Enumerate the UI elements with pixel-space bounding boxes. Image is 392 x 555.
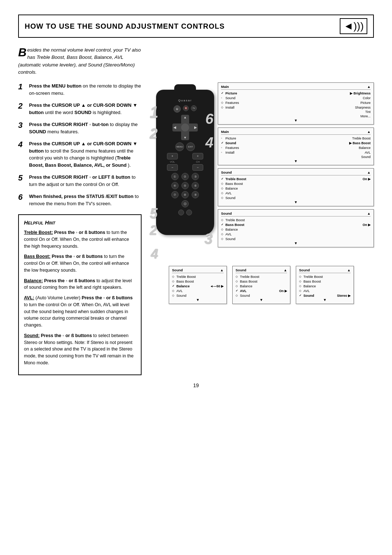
helpful-hint-box: Helpful Hint Treble Boost: Press the ◦ o…: [18, 214, 142, 375]
ms-bass-b: ◇Bass Boost: [172, 279, 224, 284]
dpad-up[interactable]: ▲: [184, 116, 187, 119]
ms-balance-b: ✓Balance◄—50 ▶: [172, 284, 224, 288]
power-btn[interactable]: ⏻: [173, 105, 181, 113]
ms-row-sound2: ✓Sound▶ Bass Boost: [221, 141, 371, 145]
step-text-1: Press the MENU button on the remote to d…: [29, 82, 142, 97]
speaker-icon: ◄))): [340, 18, 367, 34]
menu-stereo-header: Sound▲: [299, 268, 351, 273]
num-3[interactable]: ③: [192, 173, 199, 180]
ms-row-tint: Tint: [221, 110, 371, 114]
ms-balance-avl: ◇Balance: [236, 284, 287, 288]
ms-avl1: ◇AVL: [221, 191, 371, 195]
page-number: 19: [18, 382, 374, 388]
step-num-6: 6: [18, 193, 25, 202]
page-title: How to Use the Sound Adjustment Controls: [25, 22, 225, 31]
menu-sound-bass: Sound▲ ◇Treble Boost ✓Bass BoostOn ▶ ◇Ba…: [218, 209, 374, 247]
ch-down[interactable]: −: [192, 164, 203, 171]
extra-btn-1[interactable]: [178, 210, 184, 215]
dpad-left[interactable]: ◀: [173, 126, 176, 129]
menu-balance-header: Sound▲: [172, 268, 224, 273]
step-text-6: When finished, press the STATUS /EXIT bu…: [29, 193, 142, 207]
remote-section: 1 2 4 6 5 2 3 4: [149, 82, 214, 264]
num-8[interactable]: ⑧: [181, 191, 189, 198]
drop-cap: B: [18, 48, 26, 57]
num-2[interactable]: ②: [181, 173, 189, 180]
num-5[interactable]: ⑤: [181, 182, 189, 189]
hint-sound: Sound: Press the ◦ or ß buttons to selec…: [24, 332, 136, 366]
dpad: ▲ ▼ ◀ ▶: [172, 115, 198, 140]
mute-btn[interactable]: 🔇: [183, 105, 189, 111]
ms-row-sound-val: Sound: [221, 155, 371, 159]
ms-avl-avl: ✓AVLOn ▶: [236, 288, 287, 293]
extra-btn-2[interactable]: [186, 210, 192, 215]
num-1[interactable]: ①: [171, 173, 179, 180]
ms-row-features2: ◦FeaturesBalance: [221, 145, 371, 150]
ms-bass-s: ◇Bass Boost: [299, 279, 351, 284]
step-1: 1 Press the MENU button on the remote to…: [18, 82, 142, 97]
ms-bass-avl: ◇Bass Boost: [236, 279, 287, 284]
hint-avl: AVL: (Auto Volume Leveler) Press the ◦ o…: [24, 295, 136, 329]
menu-main-picture-header: Main▲: [221, 85, 371, 90]
step-num-2: 2: [18, 102, 25, 110]
num-9[interactable]: ⑨: [192, 191, 199, 198]
menu2-arrow-dn: ▼: [221, 159, 371, 163]
menu-sound-treble: Sound▲ ✓Treble BoostOn ▶ ◇Bass Boost ◇Ba…: [218, 168, 374, 206]
menu-stereo-arrow-dn: ▼: [299, 298, 351, 302]
step-text-5: Press the CURSOR RIGHT ◦ or LEFT ß butto…: [29, 174, 142, 188]
vol-down[interactable]: −: [167, 164, 178, 171]
menu-avl-arrow-dn: ▼: [236, 298, 287, 302]
hint-treble-boost: Treble Boost: Press the ◦ or ß buttons t…: [24, 229, 136, 250]
right-column: 1 2 4 6 5 2 3 4: [149, 82, 374, 375]
ch-up[interactable]: +: [192, 153, 203, 159]
hint-balance: Balance: Press the ◦ or ß buttons to adj…: [24, 278, 136, 291]
ms-row-features1: ◇FeaturesPicture: [221, 100, 371, 105]
diagram-container: 1 2 4 6 5 2 3 4: [149, 82, 374, 264]
menu1-arrow-dn: ▼: [221, 118, 371, 122]
menu-avl-header: Sound▲: [236, 268, 287, 273]
step-num-4: 4: [18, 140, 25, 149]
step-4: 4 Press the CURSOR UP ▲ or CUR-SOR DOWN …: [18, 140, 142, 169]
num-6[interactable]: ⑥: [192, 182, 199, 189]
intro-text: esides the normal volume level control, …: [18, 47, 141, 75]
intro-paragraph: B esides the normal volume level control…: [18, 46, 142, 76]
exit-btn[interactable]: EXIT: [186, 142, 195, 151]
step-2: 2 Press the CURSOR UP ▲ or CUR-SOR DOWN …: [18, 102, 142, 116]
ms-row-install1: ◇InstallSharpness: [221, 105, 371, 110]
ms-bass2: ✓Bass BoostOn ▶: [221, 222, 371, 227]
tv-btn[interactable]: TV: [191, 105, 197, 111]
main-content: 1 Press the MENU button on the remote to…: [18, 82, 374, 375]
step-6: 6 When finished, press the STATUS /EXIT …: [18, 193, 142, 207]
step-text-4: Press the CURSOR UP ▲ or CUR-SOR DOWN ▼ …: [29, 140, 142, 169]
step-text-3: Press the CURSOR RIGHT ◦ but-ton to disp…: [29, 121, 142, 135]
menu4-arrow-dn: ▼: [221, 241, 371, 245]
ms-sound-avl: ◇Sound: [236, 293, 287, 298]
dpad-right[interactable]: ▶: [194, 126, 197, 129]
menu-sound-treble-header: Sound▲: [221, 170, 371, 175]
numpad: ① ② ③ ④ ⑤ ⑥ ⑦ ⑧ ⑨ ⓪: [171, 173, 200, 207]
ms-treble-avl: ◇Treble Boost: [236, 274, 287, 279]
num-7[interactable]: ⑦: [171, 191, 179, 198]
ms-avl-b: ◇AVL: [172, 288, 224, 293]
menu-sound-avl: Sound▲ ◇Treble Boost ◇Bass Boost ◇Balanc…: [232, 266, 290, 304]
ms-row-more: More...: [221, 114, 371, 118]
menu-sound-balance: Sound▲ ◇Treble Boost ◇Bass Boost ✓Balanc…: [169, 266, 227, 304]
ms-sound-s: ✓SoundStereo ▶: [299, 293, 351, 298]
steps-list: 1 Press the MENU button on the remote to…: [18, 82, 142, 207]
ms-row-picture: ✓Picture▶ Brightness: [221, 91, 371, 96]
ms-sound-b: ◇Sound: [172, 293, 224, 298]
ms-treble2: ◇Treble Boost: [221, 218, 371, 222]
step-num-1: 1: [18, 82, 25, 91]
ms-treble-s: ◇Treble Boost: [299, 274, 351, 279]
dpad-down[interactable]: ▼: [184, 136, 187, 139]
num-0[interactable]: ⓪: [181, 200, 189, 207]
menu-btn[interactable]: MENU: [175, 142, 184, 151]
ms-balance1: ◇Balance: [221, 186, 371, 191]
menu3-arrow-dn: ▼: [221, 200, 371, 204]
ms-treble-b: ◇Treble Boost: [172, 274, 224, 279]
num-4[interactable]: ④: [171, 182, 179, 189]
ms-row-picture2: ◦PictureTreble Boost: [221, 136, 371, 141]
title-bar: How to Use the Sound Adjustment Controls…: [18, 15, 374, 38]
vol-up[interactable]: +: [167, 153, 178, 159]
menu-main-picture: Main▲ ✓Picture▶ Brightness ◦SoundColor ◇…: [218, 82, 374, 125]
step-text-2: Press the CURSOR UP ▲ or CUR-SOR DOWN ▼ …: [29, 102, 142, 116]
